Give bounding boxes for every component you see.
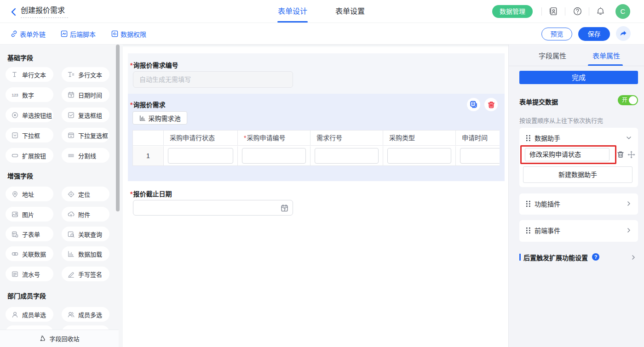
svg-text:123: 123 xyxy=(12,92,18,97)
